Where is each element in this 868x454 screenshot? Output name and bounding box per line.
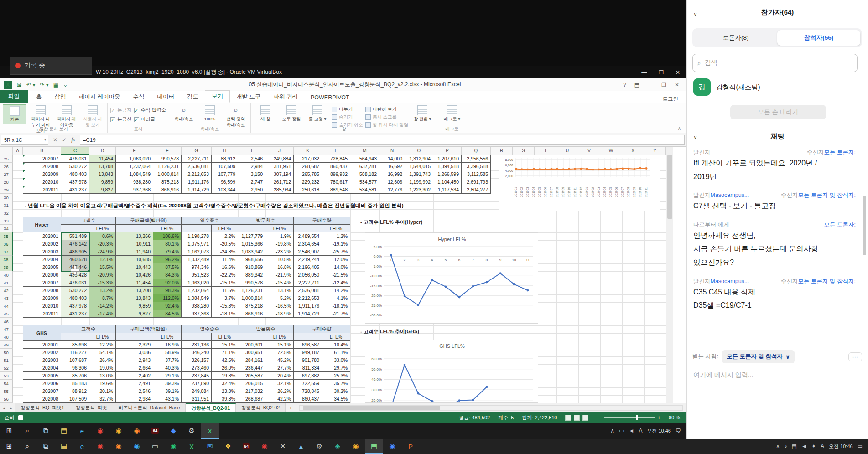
chat-message[interactable]: 발신자Masocampus...수신자모든 토론자 및 참석자:C35 C45 …	[693, 278, 856, 312]
table-cell[interactable]: 13.0%	[89, 372, 116, 380]
table-cell[interactable]: 3,112,585	[462, 170, 491, 178]
fill-handle[interactable]	[88, 270, 90, 272]
table-cell[interactable]: 910,869	[238, 263, 265, 271]
vbox-minimize-button[interactable]: —	[641, 69, 647, 76]
scrollbar-thumb[interactable]	[667, 155, 672, 219]
row-header-42[interactable]: 42	[0, 287, 13, 294]
table-cell[interactable]: 2,196,405	[294, 263, 322, 271]
table-cell[interactable]: 202007	[23, 155, 61, 163]
table-cell[interactable]: 202003	[23, 356, 61, 364]
table-cell[interactable]: 9,827	[116, 310, 153, 318]
table-cell[interactable]: 1,104,450	[433, 178, 462, 186]
table-cell[interactable]: 14,000	[379, 155, 405, 163]
taskbar-icon-file-explorer[interactable]: ▤	[55, 439, 73, 454]
ribbon-button[interactable]: ⌕선택 영역 확대/축소	[224, 104, 248, 129]
table-cell[interactable]: 1,063,020	[182, 279, 212, 287]
taskbar-icon-edge[interactable]: e	[73, 423, 91, 439]
table-cell[interactable]: 202005	[23, 372, 61, 380]
row-header-53[interactable]: 53	[0, 372, 13, 380]
table-cell[interactable]: 103,344	[212, 186, 238, 194]
table-cell[interactable]: 2,227,711	[182, 155, 212, 163]
table-cell[interactable]: 202011	[23, 310, 61, 318]
name-box[interactable]: 5R x 1C▾	[1, 135, 48, 145]
table-cell[interactable]: -25.7%	[322, 248, 350, 256]
table-cell[interactable]: -12.4%	[322, 279, 350, 287]
taskbar-icon-settings[interactable]: ⚙	[310, 439, 328, 454]
column-header-P[interactable]: P	[433, 147, 462, 155]
table-cell[interactable]: 990,578	[153, 155, 182, 163]
ribbon-display-options-button[interactable]: ⬒	[634, 82, 639, 88]
hyper-lfl-chart[interactable]: Hyper LFL%5.0%0.0%-5.0%-10.0%-15.0%-20.0…	[365, 232, 538, 324]
table-cell[interactable]: 92.4%	[153, 302, 182, 310]
table-cell[interactable]: 202004	[23, 256, 61, 263]
ribbon-tab-파워 쿼리[interactable]: 파워 쿼리	[267, 91, 304, 103]
save-button[interactable]: 🖫	[16, 82, 22, 88]
table-cell[interactable]: 437,978	[61, 178, 89, 186]
table-cell[interactable]: 229,232	[294, 178, 322, 186]
table-cell[interactable]: 1,232,064	[182, 287, 212, 294]
table-cell[interactable]: 2,212,653	[182, 170, 212, 178]
table-cell[interactable]: -18.9%	[265, 310, 294, 318]
table-cell[interactable]: -4.1%	[322, 294, 350, 302]
table-cell[interactable]: 10,443	[116, 263, 153, 271]
column-header-C[interactable]: C	[61, 147, 89, 155]
row-header-46[interactable]: 46	[0, 318, 13, 325]
table-cell[interactable]: -5.2%	[265, 294, 294, 302]
table-cell[interactable]: 728,845	[294, 387, 322, 395]
vbox-close-button[interactable]: ✕	[676, 69, 680, 76]
row-header-47[interactable]: 47	[0, 325, 13, 333]
row-header-33[interactable]: 33	[0, 217, 13, 225]
table-cell[interactable]: -2.2%	[212, 232, 238, 240]
table-cell[interactable]: 2,984	[238, 163, 265, 170]
sheet-nav-right-icon[interactable]: ▸	[8, 406, 16, 410]
ribbon-small-button-숨기기[interactable]: 숨기기	[332, 114, 363, 120]
table-cell[interactable]: 35.7%	[322, 380, 350, 387]
table-cell[interactable]: 2,227,711	[294, 279, 322, 287]
table-cell[interactable]: 58.9%	[153, 349, 182, 356]
chat-message[interactable]: 발신자Masocampus...수신자모든 토론자 및 참석자:C7셀 선택 -…	[693, 191, 856, 213]
table-cell[interactable]: 202001	[23, 341, 61, 349]
table-cell[interactable]: 1,911,176	[182, 178, 212, 186]
table-cell[interactable]: 1,544,015	[405, 163, 433, 170]
table-cell[interactable]: 2,546	[238, 155, 265, 163]
table-cell[interactable]: 1,232,064	[116, 163, 153, 170]
table-cell[interactable]: 1,911,176	[294, 302, 322, 310]
table-cell[interactable]: 875,218	[153, 178, 182, 186]
table-cell[interactable]: 202008	[23, 395, 61, 403]
table-cell[interactable]: 27.7%	[265, 364, 294, 372]
taskbar-icon-firefox[interactable]: ◉	[109, 439, 128, 454]
table-cell[interactable]: 72.5%	[265, 349, 294, 356]
table-cell[interactable]: -21.5%	[322, 271, 350, 279]
row-header-30[interactable]: 30	[0, 194, 13, 201]
table-cell[interactable]: 2,536,081	[182, 163, 212, 170]
tray-icon-volume[interactable]: ◄	[629, 428, 634, 434]
table-cell[interactable]: 268,687	[294, 163, 322, 170]
formula-input[interactable]: =C19	[80, 135, 685, 145]
table-cell[interactable]: 9,859	[89, 178, 116, 186]
row-header-54[interactable]: 54	[0, 380, 13, 387]
table-cell[interactable]: -1.2%	[322, 232, 350, 240]
table-cell[interactable]: 11,454	[116, 279, 153, 287]
table-cell[interactable]: 205,587	[238, 372, 265, 380]
namebox-dropdown-icon[interactable]: ▾	[44, 138, 48, 142]
table-cell[interactable]: -11.5%	[212, 287, 238, 294]
row-header-41[interactable]: 41	[0, 279, 13, 287]
table-cell[interactable]: 32.1%	[265, 380, 294, 387]
table-cell[interactable]: 202009	[23, 170, 61, 178]
ribbon-tab-홈[interactable]: 홈	[30, 91, 48, 103]
table-cell[interactable]: 476,031	[61, 155, 89, 163]
table-cell[interactable]: -17.4%	[89, 310, 116, 318]
taskbar-icon-excel[interactable]: X	[201, 423, 219, 439]
table-cell[interactable]: 45.2%	[265, 356, 294, 364]
table-cell[interactable]: 0.6%	[89, 232, 116, 240]
table-cell[interactable]: 460,528	[61, 256, 89, 263]
table-cell[interactable]: 2,984	[116, 395, 153, 403]
table-cell[interactable]: 37.7%	[153, 356, 182, 364]
table-cell[interactable]: 1,914,729	[182, 186, 212, 194]
column-header-W[interactable]: W	[600, 147, 622, 155]
ribbon-button[interactable]: 창 전환 ▾	[411, 104, 434, 123]
table-cell[interactable]: -13.1%	[265, 287, 294, 294]
table-cell[interactable]: -23.2%	[265, 248, 294, 256]
table-cell[interactable]: 1,000,814	[153, 170, 182, 178]
column-header-F[interactable]: F	[153, 147, 182, 155]
